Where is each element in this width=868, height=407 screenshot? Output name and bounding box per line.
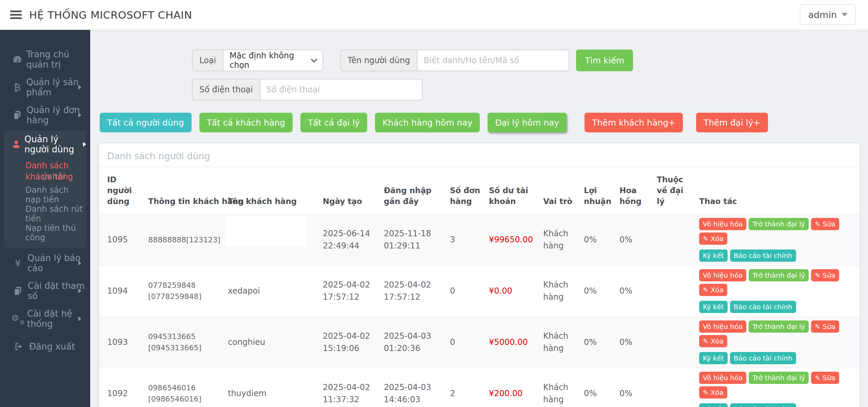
bitcoin-icon: ₿	[12, 83, 23, 92]
all-customers-button[interactable]: Tất cả khách hàng	[199, 113, 293, 132]
submenu-item-label: Danh sách khách hàng	[25, 160, 86, 183]
sign-contract-button[interactable]: Ký kết	[699, 403, 728, 407]
cell-last-login: 2025-04-02 17:57:12	[380, 265, 447, 317]
sidebar-item-parameters[interactable]: Cài đặt tham số	[0, 277, 90, 305]
customers-today-button[interactable]: Khách hàng hôm nay	[375, 113, 480, 132]
submenu-item-manual-deposit[interactable]: Nạp tiền thủ công	[4, 223, 86, 242]
chevron-right-icon	[83, 142, 86, 147]
add-customer-button[interactable]: Thêm khách hàng+	[585, 113, 683, 132]
cell-agent	[653, 214, 696, 265]
cell-profit: 0%	[580, 265, 616, 317]
cell-agent	[653, 265, 696, 317]
cell-role: Khách hàng	[540, 265, 580, 317]
disable-button[interactable]: Vô hiệu hóa	[699, 269, 746, 281]
sidebar-item-label: Đăng xuất	[29, 341, 75, 352]
chevron-right-icon	[78, 113, 81, 117]
type-select[interactable]: Mặc định không chọn	[223, 50, 323, 71]
disable-button[interactable]: Vô hiệu hóa	[699, 372, 746, 384]
finance-report-button[interactable]: Báo cáo tài chính	[730, 249, 796, 262]
all-users-button[interactable]: Tất cả người dùng	[100, 113, 192, 132]
sign-contract-button[interactable]: Ký kết	[699, 249, 728, 262]
cell-order-count: 2	[447, 368, 486, 407]
table-row: 10920986546016[0986546016]thuydiem2025-0…	[99, 368, 860, 407]
add-agent-button[interactable]: Thêm đại lý+	[696, 113, 768, 132]
delete-button[interactable]: ✎Xóa	[699, 386, 727, 399]
cell-order-count: 3	[447, 214, 486, 265]
pencil-icon: ✎	[703, 389, 708, 396]
finance-report-button[interactable]: Báo cáo tài chính	[730, 352, 796, 364]
agents-today-button[interactable]: Đại lý hôm nay	[488, 113, 567, 132]
username-input[interactable]	[417, 50, 569, 71]
cell-last-login: 2025-04-03 01:20:36	[380, 317, 447, 368]
sidebar-item-orders[interactable]: Quản lý đơn hàng	[0, 101, 90, 129]
edit-button[interactable]: ✎Sửa	[811, 372, 839, 384]
sidebar-item-label: Quản lý người dùng	[24, 134, 80, 154]
cell-customer-name	[224, 214, 319, 265]
sidebar-item-users[interactable]: Quản lý người dùng	[4, 130, 86, 158]
params-icon	[12, 286, 24, 296]
table-row: 10940778259848[0778259848]xedapoi2025-04…	[99, 265, 860, 317]
table-row: 109588888888[123123]2025-06-14 22:49:442…	[99, 214, 860, 265]
sign-contract-button[interactable]: Ký kết	[699, 352, 728, 364]
cell-balance: ¥5000.00	[486, 317, 540, 368]
edit-button[interactable]: ✎Sửa	[811, 218, 839, 230]
sidebar-item-products[interactable]: ₿ Quản lý sản phẩm	[0, 73, 90, 101]
edit-button[interactable]: ✎Sửa	[811, 269, 839, 281]
col-header-customer-name: Tên khách hàng	[224, 167, 319, 214]
col-header-commission: Hoa hồng	[616, 167, 653, 214]
search-button[interactable]: Tìm kiếm	[576, 50, 633, 71]
user-menu[interactable]: admin	[800, 4, 856, 25]
cell-actions: Vô hiệu hóaTrở thành đại lý✎Sửa✎XóaKý kế…	[696, 214, 860, 265]
sidebar-item-reports[interactable]: ¥ Quản lý báo cáo	[0, 249, 90, 277]
submenu-item-label: Danh sách rút tiền	[25, 204, 86, 223]
pencil-icon: ✎	[703, 235, 708, 242]
cell-customer-name: thuydiem	[224, 368, 319, 407]
submenu-item-customer-list[interactable]: Danh sách khách hàng	[4, 158, 86, 183]
edit-button[interactable]: ✎Sửa	[811, 320, 839, 333]
cell-last-login: 2025-11-18 01:29:11	[380, 214, 447, 265]
hamburger-menu-icon[interactable]	[10, 9, 22, 21]
make-agent-button[interactable]: Trở thành đại lý	[749, 320, 809, 333]
user-icon	[12, 140, 21, 149]
cell-actions: Vô hiệu hóaTrở thành đại lý✎Sửa✎XóaKý kế…	[696, 317, 860, 368]
finance-report-button[interactable]: Báo cáo tài chính	[730, 403, 796, 407]
cell-balance: ¥0.00	[486, 265, 540, 317]
delete-button[interactable]: ✎Xóa	[699, 284, 727, 296]
phone-input[interactable]	[260, 79, 422, 100]
submenu-item-deposit-list[interactable]: Danh sách nạp tiền	[4, 185, 86, 204]
disable-button[interactable]: Vô hiệu hóa	[699, 218, 746, 230]
pencil-icon: ✎	[703, 286, 708, 294]
chevron-right-icon	[78, 289, 81, 293]
cell-customer-name: conghieu	[224, 317, 319, 368]
chevron-down-icon	[842, 13, 848, 16]
cell-customer-info: 0778259848[0778259848]	[145, 265, 224, 317]
sidebar-item-system[interactable]: ⚙⚙ Cài đặt hệ thống	[0, 305, 90, 333]
all-agents-button[interactable]: Tất cả đại lý	[300, 113, 367, 132]
col-header-profit: Lợi nhuận	[580, 167, 616, 214]
main-content: Loại Mặc định không chọn Tên người dùng …	[90, 30, 868, 407]
delete-button[interactable]: ✎Xóa	[699, 335, 727, 347]
col-header-customer-info: Thông tin khách hàng	[145, 167, 224, 214]
delete-button[interactable]: ✎Xóa	[699, 233, 727, 245]
cell-profit: 0%	[580, 368, 616, 407]
orders-icon	[12, 110, 23, 120]
disable-button[interactable]: Vô hiệu hóa	[699, 320, 746, 333]
sidebar-item-logout[interactable]: Đăng xuất	[0, 333, 90, 360]
panel-title: Danh sách người dùng	[99, 143, 860, 167]
cell-role: Khách hàng	[540, 317, 580, 368]
phone-filter-group: Số điện thoại	[192, 79, 422, 100]
cell-agent	[653, 368, 696, 407]
submenu-item-withdraw-list[interactable]: Danh sách rút tiền	[4, 204, 86, 223]
col-header-created-at: Ngày tạo	[319, 167, 380, 214]
make-agent-button[interactable]: Trở thành đại lý	[749, 372, 809, 384]
make-agent-button[interactable]: Trở thành đại lý	[749, 218, 809, 230]
type-filter-group: Loại Mặc định không chọn	[192, 50, 323, 71]
make-agent-button[interactable]: Trở thành đại lý	[749, 269, 809, 281]
sign-contract-button[interactable]: Ký kết	[699, 301, 728, 313]
sidebar-item-dashboard[interactable]: Trang chủ quản trị	[0, 45, 90, 73]
finance-report-button[interactable]: Báo cáo tài chính	[730, 301, 796, 313]
user-list-panel: Danh sách người dùng ID người dùng Thông…	[98, 143, 861, 407]
dashboard-icon	[12, 54, 23, 64]
cell-customer-info: 88888888[123123]	[145, 214, 224, 265]
col-header-balance: Số dư tài khoản	[486, 167, 540, 214]
